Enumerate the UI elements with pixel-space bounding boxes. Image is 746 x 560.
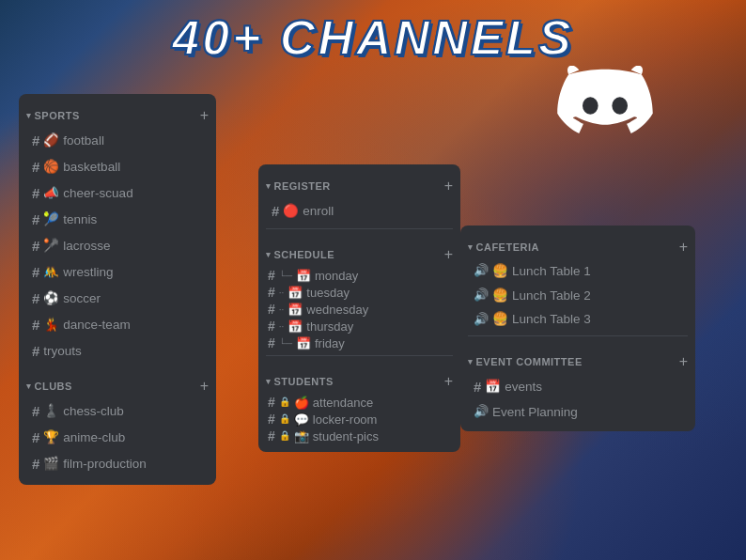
channel-lunch-3[interactable]: 🔊 🍔 Lunch Table 3 — [460, 307, 695, 332]
speaker-icon-4: 🔊 — [474, 402, 489, 422]
cafeteria-panel: ▾ CAFETERIA + 🔊 🍔 Lunch Table 1 🔊 🍔 Lunc… — [460, 226, 695, 431]
speaker-icon-2: 🔊 — [474, 286, 489, 305]
schedule-category-header[interactable]: ▾ SCHEDULE + — [258, 233, 460, 267]
channel-lunch-2[interactable]: 🔊 🍔 Lunch Table 2 — [460, 284, 695, 308]
register-category-label: ▾ REGISTER — [266, 180, 331, 192]
speaker-icon-3: 🔊 — [474, 310, 489, 330]
channel-soccer[interactable]: # ⚽ soccer — [19, 286, 216, 312]
sports-chevron: ▾ — [26, 111, 32, 120]
channel-chess[interactable]: # ♟️ chess-club — [19, 398, 216, 425]
channel-dance[interactable]: # 💃 dance-team — [19, 312, 216, 338]
channel-attendance[interactable]: # 🔒 🍎 attendance — [258, 394, 460, 411]
channel-event-planning[interactable]: 🔊 Event Planning — [460, 400, 695, 425]
channel-tuesday[interactable]: # ·· 📅 tuesday — [258, 284, 460, 301]
divider-1 — [266, 228, 453, 229]
clubs-category-header[interactable]: ▾ CLUBS + — [19, 365, 216, 398]
channel-events[interactable]: # 📅 events — [460, 374, 695, 400]
channel-tryouts[interactable]: # tryouts — [19, 338, 216, 365]
channel-film[interactable]: # 🎬 film-production — [19, 451, 216, 477]
channel-monday[interactable]: # └─ 📅 monday — [258, 267, 460, 284]
clubs-add-button[interactable]: + — [200, 378, 209, 395]
students-add-button[interactable]: + — [444, 373, 453, 390]
cafeteria-category-label: ▾ CAFETERIA — [468, 241, 539, 253]
channel-lacrosse[interactable]: # 🥍 lacrosse — [19, 233, 216, 259]
sports-add-button[interactable]: + — [200, 107, 209, 124]
schedule-add-button[interactable]: + — [444, 246, 453, 263]
event-category-label: ▾ EVENT COMMITTEE — [468, 356, 583, 367]
channel-friday[interactable]: # └─ 📅 friday — [258, 334, 460, 351]
channel-football[interactable]: # 🏈 football — [19, 128, 216, 154]
lock-icon-3: 🔒 — [279, 430, 290, 441]
sports-category-label: ▾ SPORTS — [26, 110, 80, 121]
clubs-category-label: ▾ CLUBS — [26, 381, 72, 392]
cafeteria-add-button[interactable]: + — [679, 239, 688, 256]
sports-category-header[interactable]: ▾ SPORTS + — [19, 94, 216, 128]
channel-wrestling[interactable]: # 🤼 wrestling — [19, 259, 216, 286]
channel-thursday[interactable]: # ·· 📅 thursday — [258, 318, 460, 334]
channel-enroll[interactable]: # 🔴 enroll — [258, 198, 460, 225]
svg-point-1 — [612, 97, 628, 114]
channel-lunch-1[interactable]: 🔊 🍔 Lunch Table 1 — [460, 259, 695, 284]
lock-icon: 🔒 — [279, 397, 290, 407]
lock-icon-2: 🔒 — [279, 413, 290, 424]
discord-logo — [549, 66, 661, 160]
divider-2 — [266, 355, 453, 356]
students-category-header[interactable]: ▾ STUDENTS + — [258, 360, 460, 394]
students-category-label: ▾ STUDENTS — [266, 376, 334, 387]
channel-locker-room[interactable]: # 🔒 💬 locker-room — [258, 411, 460, 428]
page-title: 40+ CHANNELS — [0, 9, 746, 66]
sports-clubs-panel: ▾ SPORTS + # 🏈 football # 🏀 basketball #… — [19, 94, 216, 485]
channel-anime[interactable]: # 🏆 anime-club — [19, 425, 216, 451]
schedule-category-label: ▾ SCHEDULE — [266, 249, 334, 260]
speaker-icon-1: 🔊 — [474, 261, 489, 281]
channel-tennis[interactable]: # 🎾 tennis — [19, 207, 216, 233]
register-add-button[interactable]: + — [444, 178, 453, 194]
register-schedule-panel: ▾ REGISTER + # 🔴 enroll ▾ SCHEDULE + # └… — [258, 164, 460, 452]
channel-wednesday[interactable]: # ·· 📅 wednesday — [258, 301, 460, 318]
channel-cheer[interactable]: # 📣 cheer-scuad — [19, 180, 216, 207]
clubs-chevron: ▾ — [26, 381, 32, 391]
channel-basketball[interactable]: # 🏀 basketball — [19, 154, 216, 180]
channel-student-pics[interactable]: # 🔒 📸 student-pics — [258, 428, 460, 444]
divider-3 — [468, 335, 688, 336]
svg-point-0 — [583, 97, 598, 114]
cafeteria-category-header[interactable]: ▾ CAFETERIA + — [460, 226, 695, 259]
event-category-header[interactable]: ▾ EVENT COMMITTEE + — [460, 340, 695, 374]
event-add-button[interactable]: + — [679, 353, 688, 370]
register-category-header[interactable]: ▾ REGISTER + — [258, 164, 460, 198]
